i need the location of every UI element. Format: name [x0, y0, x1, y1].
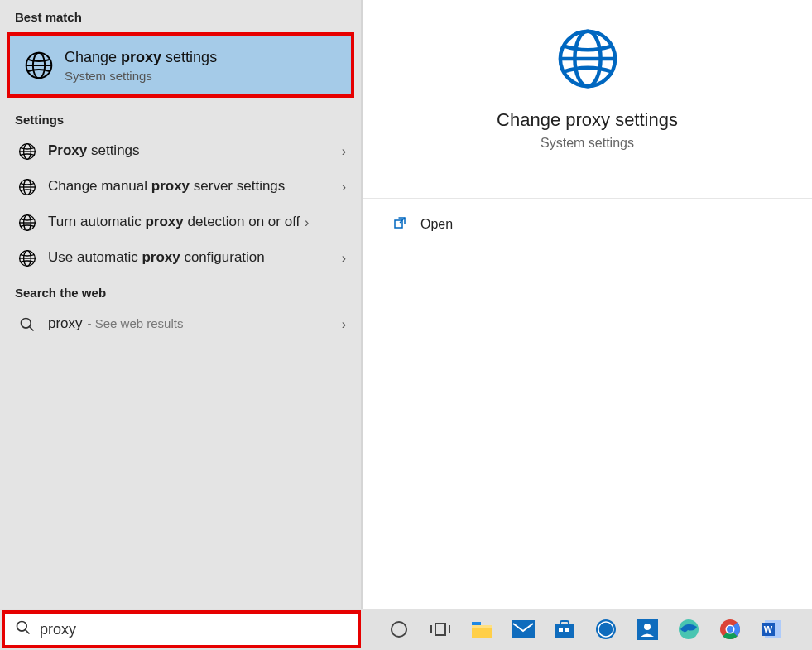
cortana-icon[interactable] [386, 616, 412, 643]
web-result-proxy[interactable]: proxy - See web results › [3, 306, 358, 342]
settings-item-manual-proxy[interactable]: Change manual proxy server settings › [3, 169, 358, 205]
settings-item-auto-proxy-detection[interactable]: Turn automatic proxy detection on or off… [3, 205, 358, 240]
svg-rect-32 [555, 624, 574, 638]
globe-icon [22, 51, 56, 80]
search-input[interactable] [40, 621, 348, 638]
taskbar: W [0, 609, 812, 650]
chevron-right-icon: › [342, 144, 346, 159]
svg-point-24 [392, 622, 406, 637]
best-match-header: Best match [0, 0, 361, 31]
svg-rect-31 [512, 620, 535, 638]
svg-line-23 [26, 630, 30, 634]
globe-icon [555, 26, 620, 94]
globe-icon [15, 249, 40, 267]
search-icon [15, 619, 31, 639]
open-action[interactable]: Open [363, 199, 812, 250]
globe-icon [15, 142, 40, 161]
svg-point-22 [17, 622, 27, 632]
chevron-right-icon: › [342, 251, 346, 266]
word-icon[interactable]: W [758, 616, 785, 643]
svg-point-45 [727, 626, 733, 633]
svg-point-15 [22, 318, 31, 328]
preview-title: Change proxy settings [497, 109, 678, 131]
best-match-title: Change proxy settings [65, 47, 217, 67]
globe-icon [15, 214, 40, 232]
open-external-icon [392, 215, 407, 234]
chevron-right-icon: › [305, 215, 309, 230]
chrome-icon[interactable] [717, 616, 743, 643]
settings-item-auto-proxy-config[interactable]: Use automatic proxy configuration › [3, 240, 358, 276]
open-label: Open [420, 217, 453, 232]
search-icon [15, 316, 40, 333]
task-view-icon[interactable] [427, 616, 454, 643]
edge-icon[interactable] [675, 616, 702, 643]
contacts-icon[interactable] [634, 616, 661, 643]
svg-text:W: W [764, 624, 773, 634]
search-results-panel: Best match Change proxy settings System … [0, 0, 363, 609]
svg-point-39 [644, 624, 651, 630]
svg-rect-25 [435, 624, 445, 635]
best-match-subtitle: System settings [65, 69, 217, 83]
preview-panel: Change proxy settings System settings Op… [363, 0, 812, 609]
search-box[interactable] [2, 610, 361, 648]
globe-icon [15, 178, 40, 196]
search-web-header: Search the web [0, 276, 361, 306]
svg-rect-33 [560, 621, 569, 625]
mail-icon[interactable] [510, 616, 536, 643]
web-term: proxy [48, 315, 83, 334]
chevron-right-icon: › [342, 180, 346, 195]
svg-rect-30 [472, 625, 492, 628]
svg-rect-35 [565, 628, 569, 632]
settings-header: Settings [0, 103, 361, 133]
settings-item-proxy-settings[interactable]: Proxy settings › [3, 133, 358, 169]
best-match-result[interactable]: Change proxy settings System settings [7, 32, 354, 98]
file-explorer-icon[interactable] [468, 616, 495, 643]
svg-line-16 [30, 326, 34, 330]
preview-subtitle: System settings [541, 136, 634, 151]
chevron-right-icon: › [342, 317, 346, 332]
dell-icon[interactable] [593, 616, 619, 643]
store-icon[interactable] [551, 616, 578, 643]
web-suffix: - See web results [88, 315, 184, 332]
svg-rect-34 [559, 628, 563, 632]
